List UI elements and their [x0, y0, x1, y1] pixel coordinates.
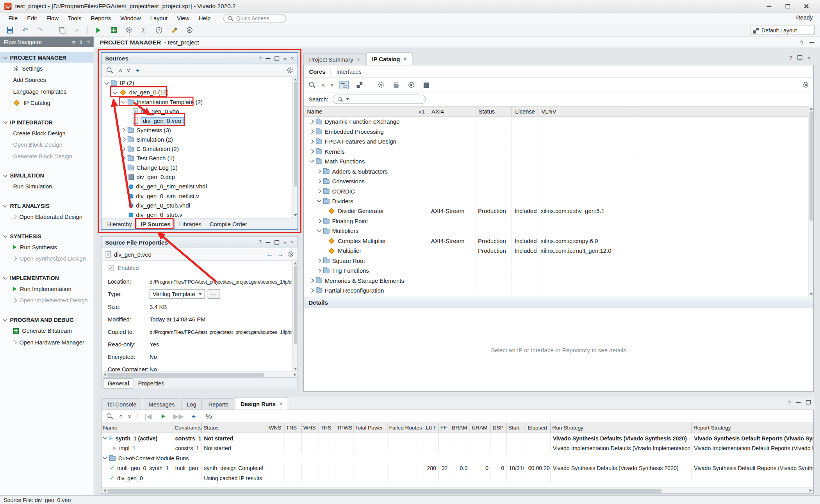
- run-row-mult-gen[interactable]: ✓mult_gen_0_synth_1 mult_gen_0 synth_des…: [102, 463, 813, 473]
- chevron-right-icon[interactable]: [121, 165, 125, 170]
- chevron-down-icon[interactable]: [310, 158, 314, 162]
- column-header-vlnv[interactable]: VLNV: [538, 106, 632, 116]
- catalog-row[interactable]: CORDIC: [304, 186, 813, 196]
- column-header[interactable]: DSP: [491, 422, 507, 432]
- details-header[interactable]: Details: [304, 297, 813, 308]
- chevron-right-icon[interactable]: [310, 119, 314, 124]
- subtab-cores[interactable]: Cores: [309, 68, 326, 75]
- filter-icon[interactable]: ≡: [72, 39, 75, 45]
- menu-view[interactable]: View: [173, 14, 193, 22]
- sidebar-item-generate-block-design[interactable]: Generate Block Design: [0, 151, 94, 162]
- search-icon[interactable]: [308, 82, 315, 88]
- column-header[interactable]: TNS: [285, 422, 302, 432]
- chevron-right-icon[interactable]: [317, 218, 321, 223]
- taxonomy-view-button[interactable]: [340, 81, 349, 89]
- catalog-row[interactable]: FPGA Features and Design: [304, 137, 813, 146]
- tree-row-synthesis[interactable]: Synthesis (3): [102, 125, 298, 135]
- step-forward-icon[interactable]: ▶▶: [174, 412, 183, 421]
- quick-access-search[interactable]: Quick Access: [223, 14, 286, 23]
- tree-row-change-log[interactable]: Change Log (1): [102, 163, 298, 172]
- minimize-icon[interactable]: [809, 41, 814, 43]
- chevron-right-icon[interactable]: [310, 149, 314, 153]
- search-icon[interactable]: [106, 413, 113, 419]
- expand-all-icon[interactable]: »: [127, 414, 133, 418]
- run-row-div-gen[interactable]: ✓div_gen_0 Using cached IP results: [102, 473, 813, 483]
- help-icon[interactable]: ?: [789, 54, 792, 60]
- tree-row-ip[interactable]: IP (2): [102, 78, 298, 88]
- sidebar-item-run-synthesis[interactable]: Run Synthesis: [0, 241, 94, 253]
- sidebar-item-language-templates[interactable]: Language Templates: [0, 86, 94, 97]
- sidebar-item-generate-bitstream[interactable]: Generate Bitstream: [0, 325, 94, 336]
- sidebar-item-create-block-design[interactable]: Create Block Design: [0, 128, 94, 139]
- tab-ip-sources[interactable]: IP Sources: [137, 218, 175, 229]
- close-icon[interactable]: ×: [291, 55, 294, 61]
- scroll-up-icon[interactable]: [809, 106, 813, 111]
- settings-button[interactable]: [124, 25, 133, 35]
- sources-panel-header[interactable]: Sources ? ×: [102, 53, 298, 64]
- scrollbar-thumb[interactable]: [809, 111, 813, 221]
- gear-icon[interactable]: [288, 251, 294, 257]
- chevron-right-icon[interactable]: [317, 189, 321, 193]
- sidebar-section-simulation[interactable]: SIMULATION: [0, 170, 94, 181]
- flat-view-button[interactable]: [355, 80, 364, 90]
- copy-button[interactable]: [57, 25, 66, 35]
- lock-button[interactable]: [391, 80, 401, 90]
- sidebar-item-open-implemented-design[interactable]: Open Implemented Design: [0, 295, 94, 306]
- properties-panel-header[interactable]: Source File Properties ? ×: [102, 237, 298, 248]
- close-icon[interactable]: ×: [291, 239, 294, 245]
- chevron-right-icon[interactable]: [121, 128, 125, 132]
- help-icon[interactable]: ?: [258, 55, 261, 61]
- browse-button[interactable]: ···: [208, 289, 220, 299]
- vertical-scrollbar[interactable]: [292, 77, 298, 218]
- minimize-icon[interactable]: [796, 402, 800, 403]
- scrollbar-thumb[interactable]: [294, 82, 297, 186]
- run-row-ooc-section[interactable]: Out-of-Context Module Runs: [102, 453, 813, 463]
- close-icon[interactable]: ×: [404, 56, 407, 62]
- reset-runs-icon[interactable]: |◀: [143, 412, 153, 421]
- horizontal-scrollbar[interactable]: [102, 371, 298, 377]
- probe-button[interactable]: [185, 25, 194, 35]
- save-button[interactable]: [5, 25, 14, 35]
- tab-reports[interactable]: Reports: [203, 398, 234, 410]
- catalog-row-ip[interactable]: MultiplierProductionIncludedxilinx.com:i…: [304, 245, 813, 255]
- scroll-up-icon[interactable]: [294, 77, 297, 82]
- column-header-license[interactable]: License: [512, 106, 538, 116]
- tree-row-vho[interactable]: div_gen_0.vho: [102, 106, 298, 116]
- help-icon[interactable]: ?: [87, 39, 90, 45]
- tree-row-dcp[interactable]: div_gen_0.dcp: [102, 172, 298, 182]
- tree-row-test-bench[interactable]: Test Bench (1): [102, 154, 298, 163]
- expand-all-icon[interactable]: »: [329, 83, 335, 87]
- help-icon[interactable]: ?: [258, 239, 261, 245]
- float-icon[interactable]: [283, 57, 287, 59]
- scroll-left-icon[interactable]: [102, 488, 107, 493]
- scrollbar-thumb[interactable]: [294, 266, 297, 344]
- chevron-right-icon[interactable]: [121, 137, 125, 142]
- sidebar-item-open-block-design[interactable]: Open Block Design: [0, 139, 94, 150]
- sidebar-section-rtl-analysis[interactable]: RTL ANALYSIS: [0, 201, 94, 211]
- chevron-right-icon[interactable]: [121, 147, 125, 151]
- sidebar-item-run-simulation[interactable]: Run Simulation: [0, 181, 94, 192]
- minimize-icon[interactable]: [266, 58, 271, 59]
- undo-button[interactable]: ↶: [20, 25, 30, 35]
- chevron-down-icon[interactable]: [121, 99, 125, 103]
- vertical-scrollbar[interactable]: [292, 261, 298, 371]
- sidebar-section-implementation[interactable]: IMPLEMENTATION: [0, 273, 94, 283]
- chevron-right-icon[interactable]: [310, 129, 314, 133]
- catalog-row[interactable]: Conversions: [304, 176, 813, 186]
- catalog-row[interactable]: Multipliers: [304, 226, 813, 236]
- menu-layout[interactable]: Layout: [146, 14, 172, 22]
- search-icon[interactable]: [106, 67, 113, 73]
- scroll-left-icon[interactable]: [102, 372, 107, 378]
- gear-icon[interactable]: [287, 67, 293, 73]
- sidebar-section-synthesis[interactable]: SYNTHESIS: [0, 231, 94, 241]
- float-icon[interactable]: [808, 57, 811, 59]
- column-header[interactable]: WHS: [302, 422, 319, 432]
- column-header[interactable]: Run Strategy: [551, 422, 692, 432]
- sum-button[interactable]: Σ: [139, 25, 148, 35]
- sidebar-item-add-sources[interactable]: Add Sources: [0, 74, 94, 85]
- sidebar-item-open-synthesized-design[interactable]: Open Synthesized Design: [0, 253, 94, 264]
- tab-properties[interactable]: Properties: [134, 378, 168, 388]
- add-sources-icon[interactable]: +: [135, 66, 139, 74]
- column-header[interactable]: Elapsed: [526, 422, 551, 432]
- help-icon[interactable]: ?: [800, 39, 803, 45]
